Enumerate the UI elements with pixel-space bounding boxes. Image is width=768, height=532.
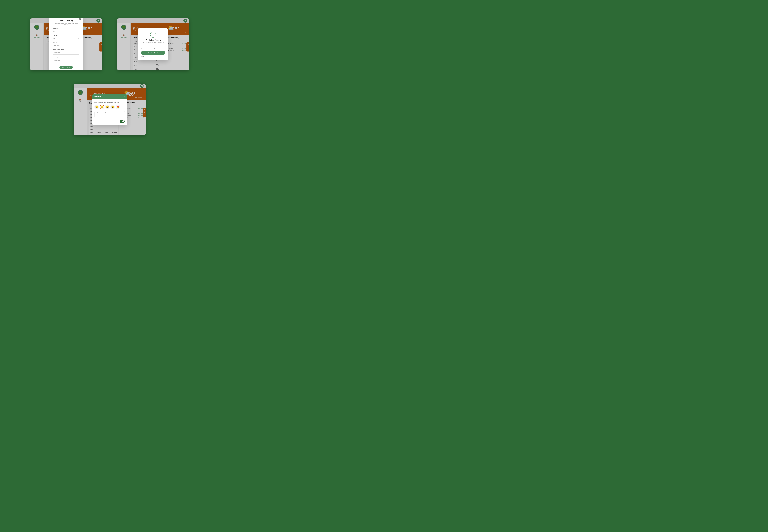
feedback-textarea[interactable] — [94, 111, 125, 118]
smartfarm-title: Smartfarm — [94, 96, 102, 97]
location-label: Location — [53, 35, 79, 36]
prediction-result-modal: ✓ Prediction Result Prediction for best … — [138, 28, 168, 60]
modal-subtitle-1: Input data to get information on precise… — [53, 22, 79, 25]
crop-type-label: Crop Type — [53, 27, 79, 29]
optimum-label: Optimum Yield — [141, 46, 165, 48]
toggle-row — [94, 120, 125, 123]
water-avail-input[interactable] — [53, 51, 79, 55]
toggle-switch[interactable] — [120, 120, 125, 123]
smartfarm-header: Smartfarm ✕ — [92, 94, 127, 99]
emoji-btn-3[interactable]: 😃 — [110, 105, 115, 109]
modal-overlay-1: ✕ Precise Farming Input data to get info… — [30, 18, 102, 70]
soil-ph-label: Soil PH — [53, 42, 79, 43]
result-title: Prediction Result — [141, 39, 165, 41]
precise-farming-modal: ✕ Precise Farming Input data to get info… — [49, 18, 83, 70]
modal-overlay-2: ✓ Prediction Result Prediction for best … — [117, 18, 189, 70]
analyze-button[interactable]: Analyze Data — [59, 66, 73, 69]
emoji-btn-1[interactable]: 😐 — [100, 105, 104, 109]
location-dropdown-icon: ▼ — [78, 37, 79, 39]
crop-type-input[interactable] — [53, 30, 79, 33]
soil-ph-input[interactable] — [53, 44, 79, 47]
emoji-btn-4[interactable]: 😍 — [116, 105, 120, 109]
modal-close-1[interactable]: ✕ — [79, 18, 81, 20]
close-result-button[interactable]: Close — [141, 56, 144, 57]
smartfarm-body: How would you rate this product after us… — [92, 99, 127, 125]
location-input[interactable] — [53, 37, 79, 40]
planting-season-input[interactable] — [53, 59, 79, 62]
result-check-icon: ✓ — [150, 32, 156, 38]
modal-overlay-3: Smartfarm ✕ How would you rate this prod… — [74, 84, 145, 135]
rating-question: How would you rate this product after us… — [94, 101, 125, 103]
modal-title-1: Precise Farming — [53, 20, 79, 22]
emoji-btn-2[interactable]: 😊 — [105, 105, 109, 109]
screen-2: PD 🌿 🏠 Dashboard 21st November 2023 Lago… — [117, 18, 189, 70]
smartfarm-close-button[interactable]: ✕ — [123, 95, 125, 98]
download-result-button[interactable]: Download Result — [141, 51, 165, 55]
optimum-value: Best harvest season - Rainy — [141, 48, 165, 50]
planting-season-label: Planting Season — [53, 56, 79, 58]
emoji-btn-0[interactable]: 😞 — [94, 105, 99, 109]
result-subtitle: Prediction for best harvest season for m… — [141, 42, 165, 45]
emoji-row: 😞 😐 😊 😃 😍 — [94, 105, 125, 109]
screen-3: PD 🌿 🏠 Dashboard 21st November 2023 Lago… — [74, 84, 145, 135]
screen-1: PD 🌿 🏠 Dashboard 21st November 2023 Lago… — [30, 18, 102, 70]
smartfarm-modal: Smartfarm ✕ How would you rate this prod… — [92, 94, 127, 125]
water-avail-label: Water availability — [53, 49, 79, 50]
